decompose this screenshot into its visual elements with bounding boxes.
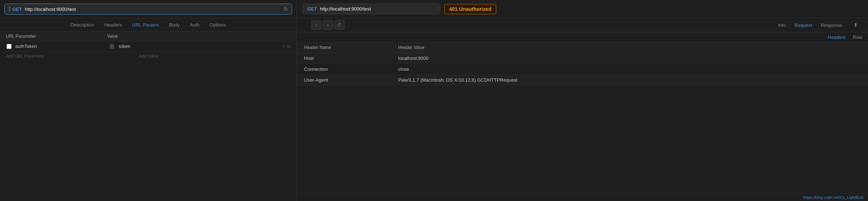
resp-header-value-host: localhost:9000	[398, 56, 861, 61]
url-params-table: URL Parameter Value authToken = token ≡ …	[0, 32, 296, 201]
table-row: authToken = token ≡ ⊖	[0, 41, 296, 52]
table-header: URL Parameter Value	[0, 32, 296, 41]
request-url-display: GET http://localhost:9000/test	[303, 4, 440, 14]
method-arrows-icon: ▲▼	[8, 6, 11, 12]
tab-description[interactable]: Description	[71, 21, 94, 28]
add-param-label[interactable]: Add URL Parameter	[6, 54, 45, 59]
tab-request[interactable]: Request	[795, 22, 812, 28]
param-value[interactable]: token	[119, 44, 279, 49]
nav-clock-button[interactable]: ⏱	[334, 20, 345, 30]
url-input[interactable]	[25, 7, 279, 12]
resp-header-value-connection: close	[398, 66, 861, 72]
status-badge: 401 Unauthorized	[444, 4, 496, 14]
nav-back-button[interactable]: ‹	[311, 20, 321, 30]
resp-header-name-connection: Connection	[304, 66, 398, 72]
sub-tabs-row: Headers Raw	[297, 32, 868, 42]
left-panel: ▲▼ GET ↻ Description Headers URL Params …	[0, 0, 297, 201]
sub-tab-raw[interactable]: Raw	[853, 34, 862, 40]
share-icon[interactable]: ⬆	[854, 22, 858, 28]
tab-url-params[interactable]: URL Params	[132, 21, 159, 28]
resp-header-name-host: Host	[304, 56, 398, 61]
resp-header-name-user-agent: User-Agent	[304, 77, 398, 83]
resp-row-host: Host localhost:9000	[297, 53, 868, 64]
resp-col-value-header: Header Value	[398, 45, 861, 50]
resp-header-value-user-agent: Paw/3.1.7 (Macintosh; OS X/10.12.6) GCDH…	[398, 77, 861, 83]
col-value-header: Value	[107, 34, 291, 39]
row-actions: ≡ ⊖	[283, 44, 291, 49]
value-badge: =	[109, 44, 114, 49]
tab-info[interactable]: Info	[778, 22, 786, 28]
right-tabs-row: Info Request Response ⬆	[778, 22, 862, 28]
row-checkbox[interactable]	[6, 44, 12, 49]
tab-headers[interactable]: Headers	[104, 21, 122, 28]
resp-col-name-header: Header Name	[304, 45, 398, 50]
right-header-bottom: ‹ › ⏱ Info Request Response ⬆	[297, 18, 868, 32]
req-url-label: http://localhost:9000/test	[320, 6, 371, 12]
resp-row-user-agent: User-Agent Paw/3.1.7 (Macintosh; OS X/10…	[297, 75, 868, 86]
tab-response[interactable]: Response	[821, 22, 842, 28]
param-name: authToken	[15, 44, 109, 49]
tab-options[interactable]: Options	[210, 21, 226, 28]
add-url-parameter-row: Add URL Parameter Add Value	[0, 52, 296, 61]
tab-body[interactable]: Body	[169, 21, 180, 28]
req-method-label: GET	[307, 6, 317, 12]
url-input-wrapper[interactable]: ▲▼ GET ↻	[4, 4, 292, 15]
col-param-header: URL Parameter	[6, 34, 107, 39]
nav-controls: ‹ › ⏱	[311, 20, 345, 30]
resp-row-connection: Connection close	[297, 64, 868, 75]
url-bar: ▲▼ GET ↻	[0, 0, 296, 19]
right-panel: GET http://localhost:9000/test 401 Unaut…	[297, 0, 868, 201]
response-headers-table: Header Name Header Value Host localhost:…	[297, 42, 868, 193]
add-value-label[interactable]: Add Value	[139, 54, 159, 59]
nav-forward-button[interactable]: ›	[323, 20, 333, 30]
row-value-wrapper: = token ≡ ⊖	[109, 44, 291, 49]
sub-tab-headers[interactable]: Headers	[828, 34, 846, 40]
bottom-link[interactable]: https://blog.csdn.net/Cy_LightBulb	[297, 193, 868, 201]
right-header-top: GET http://localhost:9000/test 401 Unaut…	[297, 0, 868, 18]
resp-table-header: Header Name Header Value	[297, 42, 868, 53]
left-tabs-row: Description Headers URL Params Body Auth…	[0, 19, 296, 32]
main-layout: ▲▼ GET ↻ Description Headers URL Params …	[0, 0, 868, 201]
method-selector[interactable]: ▲▼ GET	[8, 6, 22, 12]
http-method-label: GET	[12, 7, 22, 12]
refresh-icon[interactable]: ↻	[284, 6, 288, 12]
tab-auth[interactable]: Auth	[190, 21, 200, 28]
